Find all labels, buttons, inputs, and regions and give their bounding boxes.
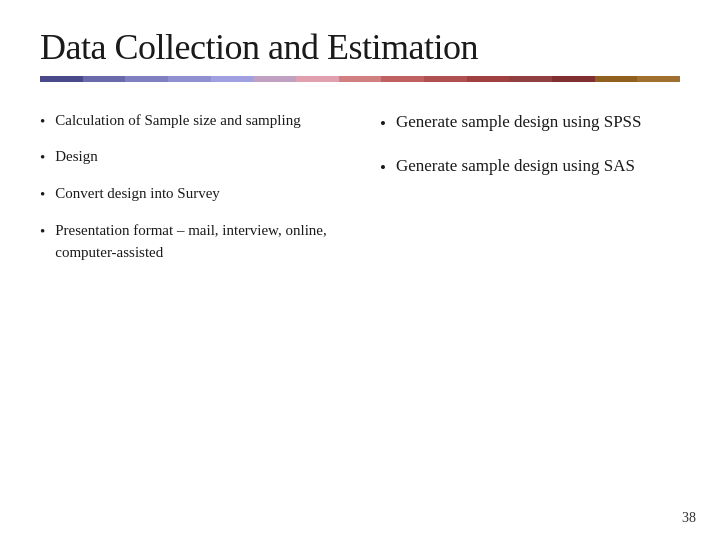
content-area: •Calculation of Sample size and sampling… (0, 82, 720, 278)
list-item: •Generate sample design using SPSS (380, 110, 680, 137)
bullet-text: Convert design into Survey (55, 183, 220, 205)
color-bar-segment (339, 76, 382, 82)
color-bar-segment (424, 76, 467, 82)
bullet-icon: • (40, 147, 45, 169)
bullet-text: Generate sample design using SPSS (396, 110, 642, 135)
color-bar-segment (83, 76, 126, 82)
color-bar-segment (168, 76, 211, 82)
color-bar-segment (509, 76, 552, 82)
bullet-text: Calculation of Sample size and sampling (55, 110, 300, 132)
color-bar-segment (40, 76, 83, 82)
list-item: •Presentation format – mail, interview, … (40, 220, 340, 264)
color-bar-segment (595, 76, 638, 82)
color-bar-segment (552, 76, 595, 82)
color-bar-segment (637, 76, 680, 82)
bullet-icon: • (40, 221, 45, 243)
left-column: •Calculation of Sample size and sampling… (40, 110, 340, 278)
right-column: •Generate sample design using SPSS•Gener… (380, 110, 680, 278)
bullet-text: Design (55, 146, 98, 168)
slide-number: 38 (682, 510, 696, 526)
bullet-icon: • (380, 112, 386, 137)
color-bar (40, 76, 680, 82)
list-item: •Convert design into Survey (40, 183, 340, 206)
color-bar-segment (467, 76, 510, 82)
bullet-icon: • (40, 184, 45, 206)
title-area: Data Collection and Estimation (0, 0, 720, 68)
left-bullet-list: •Calculation of Sample size and sampling… (40, 110, 340, 264)
bullet-icon: • (40, 111, 45, 133)
slide-title: Data Collection and Estimation (40, 28, 680, 68)
bullet-text: Presentation format – mail, interview, o… (55, 220, 340, 264)
color-bar-segment (253, 76, 296, 82)
slide: Data Collection and Estimation •Calculat… (0, 0, 720, 540)
right-bullet-list: •Generate sample design using SPSS•Gener… (380, 110, 680, 181)
color-bar-segment (125, 76, 168, 82)
list-item: •Design (40, 146, 340, 169)
list-item: •Generate sample design using SAS (380, 154, 680, 181)
list-item: •Calculation of Sample size and sampling (40, 110, 340, 133)
color-bar-segment (381, 76, 424, 82)
bullet-text: Generate sample design using SAS (396, 154, 635, 179)
color-bar-segment (211, 76, 254, 82)
bullet-icon: • (380, 156, 386, 181)
color-bar-segment (296, 76, 339, 82)
